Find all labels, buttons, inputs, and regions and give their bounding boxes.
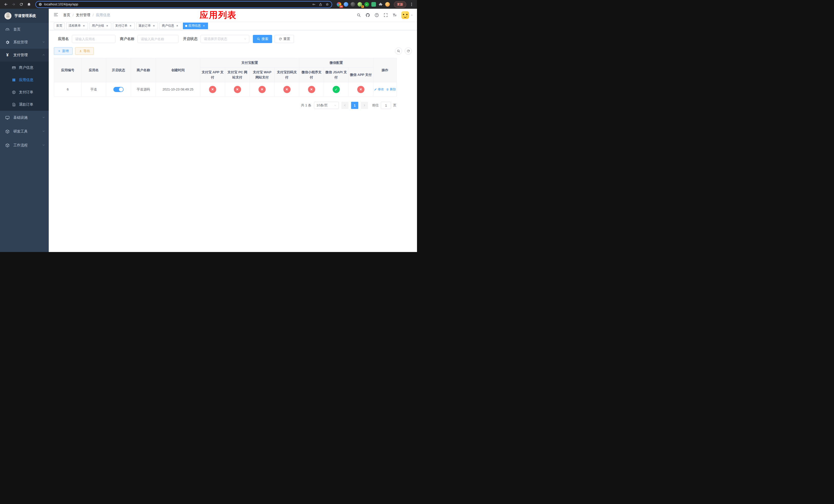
sidebar: 芋道管理系统 首页 系统管理 ¥ 支付管理	[0, 9, 49, 252]
table-row: 6 芋道 芋道源码 2021-10-23 08:49:25 × × × × × …	[54, 82, 397, 97]
user-avatar-emoji	[401, 11, 409, 19]
col-actions: 操作	[373, 58, 397, 82]
help-icon[interactable]	[374, 13, 379, 18]
tag-close-icon[interactable]: ×	[105, 24, 109, 28]
address-bar[interactable]: localhost:1024/pay/app	[36, 1, 332, 8]
sidebar-collapse-icon[interactable]	[52, 11, 60, 19]
share-icon[interactable]	[319, 3, 322, 6]
sidebar-item-label: 系统管理	[13, 40, 28, 45]
browser-menu-dots-icon[interactable]	[409, 2, 414, 7]
tag-close-icon[interactable]: ×	[202, 24, 206, 28]
tag-home[interactable]: 首页	[54, 23, 65, 29]
tag-close-icon[interactable]: ×	[82, 24, 86, 28]
github-icon[interactable]	[366, 13, 370, 18]
browser-reload-icon[interactable]	[18, 1, 25, 8]
goto-page-input[interactable]	[381, 102, 391, 109]
sidebar-item-refund-orders[interactable]: 退款订单	[0, 98, 49, 111]
toggle-search-button[interactable]	[395, 47, 402, 54]
status-select[interactable]: 请选择开启状态	[201, 35, 249, 43]
sidebar-item-app-info[interactable]: 应用信息	[0, 74, 49, 86]
col-alipay-app: 支付宝 APP 支付	[200, 68, 225, 82]
bookmark-star-icon[interactable]	[326, 3, 329, 6]
sidebar-item-infrastructure[interactable]: 基础设施	[0, 111, 49, 124]
fullscreen-icon[interactable]	[383, 13, 388, 18]
extension-colorwheel-icon[interactable]: 10	[337, 2, 341, 7]
next-page-button[interactable]	[361, 102, 368, 109]
document-icon	[12, 102, 16, 107]
browser-forward-icon[interactable]	[10, 1, 17, 8]
col-wechat-mini: 微信小程序支付	[299, 68, 324, 82]
col-app-name: 应用名	[82, 58, 106, 82]
cell-alipay-app: ×	[200, 82, 225, 97]
font-size-icon[interactable]	[392, 13, 397, 18]
tag-payment-orders[interactable]: 支付订单×	[113, 23, 135, 29]
pagination-total: 共 1 条	[301, 103, 311, 108]
breadcrumb-home[interactable]: 首页	[63, 13, 70, 18]
tag-merchant-info[interactable]: 商户信息×	[159, 23, 181, 29]
extension-green-avatar-icon[interactable]: 1	[357, 2, 362, 7]
extension-wechat-devtools-icon[interactable]: ✓	[365, 2, 369, 7]
export-button-label: 导出	[83, 49, 90, 53]
delete-link[interactable]: 删除	[386, 87, 396, 92]
sidebar-item-system[interactable]: 系统管理	[0, 36, 49, 49]
cell-alipay-wap: ×	[250, 82, 275, 97]
app-name-input[interactable]	[72, 35, 115, 43]
refresh-table-button[interactable]	[405, 47, 412, 54]
status-toggle[interactable]	[113, 87, 124, 92]
prev-page-button[interactable]	[341, 102, 349, 109]
extension-dark-sphere-icon[interactable]	[351, 2, 355, 7]
site-info-icon[interactable]	[39, 3, 42, 6]
app-title: 芋道管理系统	[14, 14, 36, 18]
cell-wechat-mini: ×	[299, 82, 324, 97]
col-group-wechat: 微信配置	[299, 58, 373, 68]
browser-profile-avatar[interactable]	[385, 2, 390, 7]
tag-process-form[interactable]: 流程表单×	[66, 23, 88, 29]
extension-puzzle-icon[interactable]	[378, 2, 383, 7]
browser-home-icon[interactable]	[26, 1, 32, 8]
extension-green-chat-icon[interactable]	[371, 2, 376, 7]
user-avatar[interactable]	[401, 11, 413, 19]
add-button[interactable]: 新增	[54, 47, 72, 55]
sidebar-item-workflow[interactable]: 工作流程	[0, 138, 49, 152]
cell-wechat-jsapi: ✓	[324, 82, 349, 97]
merchant-name-input[interactable]	[137, 35, 178, 43]
page-size-select[interactable]: 10条/页	[314, 102, 339, 109]
col-wechat-app: 微信 APP 支付	[349, 68, 373, 82]
tag-app-info[interactable]: 应用信息×	[183, 23, 208, 29]
breadcrumb-payment[interactable]: 支付管理	[76, 13, 90, 18]
tag-label: 用户分组	[92, 24, 104, 28]
cell-wechat-app: ×	[349, 82, 373, 97]
tag-close-icon[interactable]: ×	[175, 24, 179, 28]
search-button[interactable]: 搜索	[253, 35, 272, 43]
tag-refund-orders[interactable]: 退款订单×	[136, 23, 158, 29]
browser-back-icon[interactable]	[3, 1, 9, 8]
sidebar-item-dev-tools[interactable]: 研发工具	[0, 124, 49, 138]
payment-submenu: 商户信息 应用信息 支付订单 退款订单	[0, 62, 49, 111]
header-search-icon[interactable]	[356, 13, 361, 18]
page-size-value: 10条/页	[316, 103, 328, 108]
edit-link-label: 修改	[378, 87, 384, 92]
config-status-badge: ×	[259, 86, 266, 93]
sidebar-logo[interactable]: 芋道管理系统	[0, 9, 49, 23]
tag-close-icon[interactable]: ×	[129, 24, 132, 28]
sidebar-item-home[interactable]: 首页	[0, 23, 49, 36]
merchant-name-label: 商户名称	[120, 37, 134, 41]
col-created: 创建时间	[156, 58, 200, 82]
sidebar-item-merchant-info[interactable]: 商户信息	[0, 62, 49, 74]
password-key-icon[interactable]	[312, 3, 316, 6]
box-icon	[5, 129, 10, 134]
browser-update-button[interactable]: 更新	[394, 1, 406, 8]
extension-blue-drop-icon[interactable]	[344, 2, 348, 7]
config-status-badge: ✓	[333, 86, 340, 93]
page-number-1[interactable]: 1	[351, 102, 358, 109]
sidebar-item-payment[interactable]: ¥ 支付管理	[0, 49, 49, 62]
reset-button[interactable]: 重置	[275, 35, 294, 43]
cell-status	[106, 82, 131, 97]
edit-link[interactable]: 修改	[374, 87, 384, 92]
tag-user-group[interactable]: 用户分组×	[89, 23, 111, 29]
export-button[interactable]: 导出	[75, 47, 94, 55]
chevron-down-icon	[334, 104, 337, 107]
tag-close-icon[interactable]: ×	[152, 24, 156, 28]
sidebar-item-payment-orders[interactable]: 支付订单	[0, 86, 49, 98]
col-status: 开启状态	[106, 58, 131, 82]
